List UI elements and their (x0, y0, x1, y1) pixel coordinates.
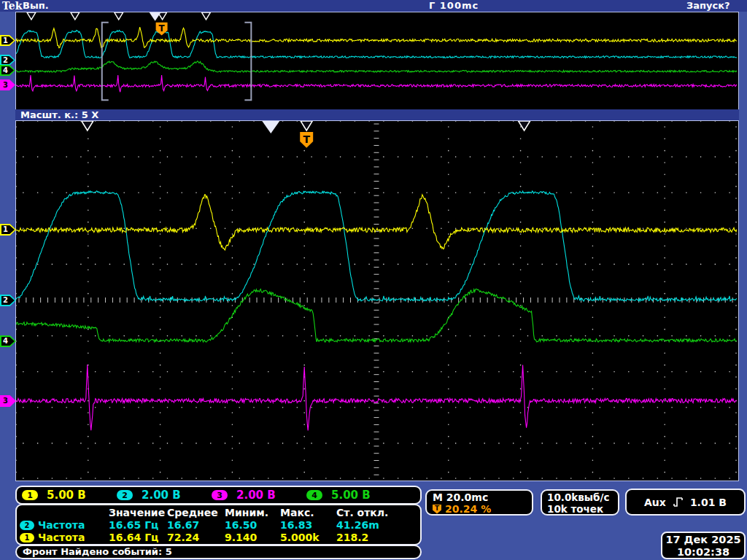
trigger-status: Запуск? (686, 0, 730, 12)
main-timebase: M 20.0mc (433, 491, 526, 503)
channel-2-position-marker[interactable]: 2 (0, 295, 16, 306)
measurement-value: 16.64 Гц (109, 532, 167, 544)
channel-1-scale[interactable]: 1 5.00 В (22, 489, 117, 502)
aux-trigger-level: 1.01 В (690, 497, 727, 508)
oscilloscope-screen: Tek Вып. Г 100mc Запуск? T 1 2 4 3 Масшт… (0, 0, 747, 560)
channel-3-badge: 3 (212, 490, 228, 500)
tek-logo: Tek (2, 0, 22, 12)
zoom-scale-bar: Масшт. к.: 5 X (15, 109, 739, 120)
overview-channel-2-marker[interactable]: 2 (0, 55, 15, 66)
col-min: Миним. (225, 507, 280, 519)
overview-channel-4-marker[interactable]: 4 (0, 65, 15, 76)
measurement-name: Частота (38, 519, 85, 532)
channel-4-scale[interactable]: 4 5.00 В (306, 489, 401, 502)
record-length: 10k точек (547, 503, 613, 515)
measurement-value: 16.65 Гц (109, 519, 167, 532)
overview-channel-3-marker[interactable]: 3 (0, 79, 15, 90)
channel-4-volts-div: 5.00 В (331, 489, 371, 502)
channel-2-volts-div: 2.00 В (142, 489, 181, 502)
acquisition-status: Вып. (23, 0, 49, 12)
channel-1-badge: 1 (22, 490, 38, 500)
trigger-position-percent: 20.24 % (445, 503, 491, 515)
record-overview-panel[interactable]: T (15, 12, 739, 111)
measurement-stddev: 218.2 (336, 532, 420, 544)
col-mean: Среднее (167, 507, 225, 519)
channel-2-badge: 2 (20, 521, 34, 530)
channel-2-badge: 2 (117, 490, 133, 500)
channel-3-position-marker[interactable]: 3 (0, 395, 16, 407)
measurement-table: Значение Среднее Миним. Макс. Ст. откл. … (15, 504, 422, 545)
measurement-name: Частота (38, 532, 85, 544)
rising-edge-icon (673, 497, 683, 508)
measurement-header-row: Значение Среднее Миним. Макс. Ст. откл. (20, 507, 420, 519)
main-waveforms: T (16, 121, 737, 479)
svg-text:T: T (159, 23, 166, 34)
measurement-stddev: 41.26m (336, 519, 420, 532)
aux-trigger-readout[interactable]: Aux 1.01 В (625, 489, 746, 516)
aux-label: Aux (644, 497, 666, 508)
measurement-row-ch1: 1 Частота 16.64 Гц 72.24 9.140 5.000k 21… (20, 532, 420, 544)
trigger-t-icon: T (433, 505, 441, 514)
channel-3-volts-div: 2.00 В (236, 489, 276, 502)
measurement-mean: 16.67 (167, 519, 225, 532)
channel-1-volts-div: 5.00 В (47, 489, 86, 502)
channel-1-badge: 1 (20, 533, 34, 542)
zoom-factor-label: Масшт. к.: 5 X (20, 109, 98, 120)
channel-1-position-marker[interactable]: 1 (0, 224, 16, 236)
overview-waveforms: T (16, 12, 737, 109)
sample-rate: 10.0kвыб/с (547, 491, 613, 503)
measurement-row-ch2: 2 Частота 16.65 Гц 16.67 16.50 16.83 41.… (20, 519, 420, 532)
main-waveform-panel[interactable]: T (15, 120, 739, 481)
channel-4-position-marker[interactable]: 4 (0, 335, 16, 347)
search-events-bar: Фронт Найдено событий: 5 (15, 545, 422, 559)
overview-horizontal-scale: Г 100mc (429, 0, 479, 12)
measurement-max: 5.000k (280, 532, 336, 544)
measurement-min: 16.50 (225, 519, 280, 532)
col-stddev: Ст. откл. (336, 507, 420, 519)
search-events-text: Фронт Найдено событий: 5 (23, 546, 172, 557)
col-value: Значение (109, 507, 167, 519)
timebase-readout[interactable]: M 20.0mc T 20.24 % (425, 489, 533, 516)
time-text: 10:02:38 (662, 546, 744, 559)
date-text: 17 Дек 2025 (662, 534, 744, 546)
acquisition-readout[interactable]: 10.0kвыб/с 10k точек (541, 489, 619, 516)
title-bar: Tek Вып. Г 100mc Запуск? (0, 0, 747, 12)
col-max: Макс. (280, 507, 336, 519)
overview-channel-1-marker[interactable]: 1 (0, 35, 15, 46)
channel-2-scale[interactable]: 2 2.00 В (117, 489, 212, 502)
channel-scale-readouts[interactable]: 1 5.00 В 2 2.00 В 3 2.00 В 4 5.00 В (15, 486, 422, 505)
measurement-mean: 72.24 (167, 532, 225, 544)
measurement-max: 16.83 (280, 519, 336, 532)
measurement-min: 9.140 (225, 532, 280, 544)
datetime-readout: 17 Дек 2025 10:02:38 (661, 532, 746, 559)
svg-text:T: T (303, 133, 310, 145)
channel-4-badge: 4 (306, 490, 322, 500)
channel-3-scale[interactable]: 3 2.00 В (212, 489, 306, 502)
